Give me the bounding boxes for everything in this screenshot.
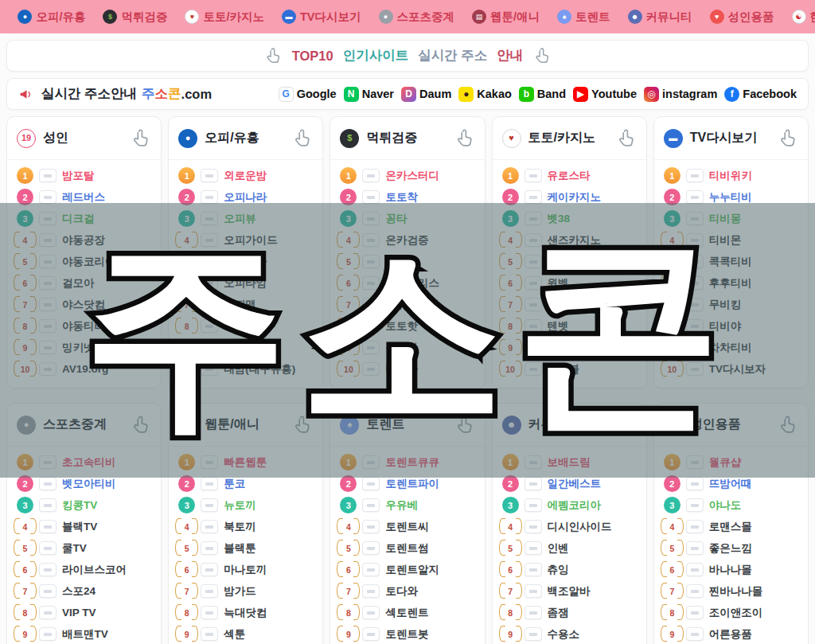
site-link[interactable]: 3 꽁타	[340, 208, 474, 229]
search-engine-link[interactable]: N Naver	[344, 87, 394, 102]
site-link[interactable]: 4 샌즈카지노	[502, 229, 637, 251]
site-link[interactable]: 2 뜨밤어때	[664, 473, 798, 494]
search-engine-link[interactable]: ◎ instagram	[644, 87, 717, 102]
site-link[interactable]: 7 밤가드	[178, 580, 313, 602]
site-link[interactable]: 9 밍키넷	[17, 337, 151, 358]
site-link[interactable]: 5 인벤	[502, 537, 637, 559]
site-link[interactable]: 4 야동공장	[17, 229, 151, 251]
category-card-header[interactable]: ● 스포츠중계	[7, 404, 161, 447]
site-link[interactable]: 9 섹툰	[178, 623, 313, 644]
site-link[interactable]: 7 야스닷컴	[17, 294, 151, 315]
site-link[interactable]: 7 찐바나나몰	[664, 580, 798, 602]
site-link[interactable]: 2 토렌트파이	[340, 473, 474, 494]
site-link[interactable]: 1 토렌트큐큐	[340, 451, 474, 473]
site-link[interactable]: 8 조이앤조이	[664, 602, 798, 623]
category-card-header[interactable]: ● 오피/유흥	[169, 117, 322, 160]
site-link[interactable]: 3 디크걸	[17, 208, 151, 229]
site-link[interactable]: 7 먹튀레이더	[340, 294, 474, 315]
site-link[interactable]: 7 벳위즈	[502, 294, 637, 315]
site-link[interactable]: 3 뉴토끼	[178, 494, 313, 516]
site-link[interactable]: 4 블랙TV	[17, 516, 151, 537]
site-link[interactable]: 4 토렌트씨	[340, 516, 474, 537]
site-link[interactable]: 9 토렌트봇	[340, 623, 474, 644]
site-link[interactable]: 3 야나도	[664, 494, 798, 516]
site-link[interactable]: 2 케이카지노	[502, 186, 637, 208]
site-link[interactable]: 7 토다와	[340, 580, 474, 602]
category-card-header[interactable]: ▬ TV다시보기	[654, 117, 808, 160]
site-link[interactable]: 9 차차티비	[664, 337, 798, 358]
site-link[interactable]: 8 하이오피	[178, 315, 313, 337]
nav-item[interactable]: ♥ 성인용품	[710, 10, 774, 25]
site-link[interactable]: 4 온카검증	[340, 229, 474, 251]
category-card-header[interactable]: 19 성인	[7, 117, 161, 160]
site-link[interactable]: 2 오피나라	[178, 186, 313, 208]
nav-item[interactable]: ▬ TV다시보기	[282, 10, 361, 25]
site-link[interactable]: 5 슈어맨	[340, 251, 474, 272]
nav-item[interactable]: ▤ 웹툰/애니	[472, 10, 540, 25]
site-link[interactable]: 9 온카판	[340, 337, 474, 358]
site-link[interactable]: 1 초고속티비	[17, 451, 151, 473]
site-link[interactable]: 10 TV다시보자	[664, 358, 798, 380]
category-card-header[interactable]: ♥ 성인용품	[654, 404, 808, 447]
site-link[interactable]: 2 일간베스트	[502, 473, 637, 494]
site-link[interactable]: 9 어른용품	[664, 623, 798, 644]
site-link[interactable]: 8 VIP TV	[17, 602, 151, 623]
category-card-header[interactable]: ♠ 토렌트	[330, 404, 484, 447]
site-link[interactable]: 4 로맨스몰	[664, 516, 798, 537]
nav-item[interactable]: ● 스포츠중계	[379, 10, 455, 25]
site-link[interactable]: 3 에펨코리아	[502, 494, 637, 516]
search-engine-link[interactable]: b Band	[519, 87, 566, 102]
site-link[interactable]: 1 빠른웹툰	[178, 451, 313, 473]
site-link[interactable]: 1 밤포탈	[17, 165, 151, 186]
site-link[interactable]: 2 툰코	[178, 473, 313, 494]
site-link[interactable]: 5 콕콕티비	[664, 251, 798, 272]
site-link[interactable]: 6 걸모아	[17, 272, 151, 294]
nav-item[interactable]: ☻ 커뮤니티	[628, 10, 692, 25]
site-link[interactable]: 4 디시인사이드	[502, 516, 637, 537]
site-link[interactable]: 6 먹튀폴리스	[340, 272, 474, 294]
site-link[interactable]: 7 오피맵	[178, 294, 313, 315]
site-link[interactable]: 6 츄잉	[502, 559, 637, 580]
site-link[interactable]: 3 오피뷰	[178, 208, 313, 229]
search-engine-link[interactable]: D Daum	[401, 87, 451, 102]
site-link[interactable]: 3 벳38	[502, 208, 637, 229]
site-link[interactable]: 1 보배드림	[502, 451, 637, 473]
site-link[interactable]: 6 토렌트알지	[340, 559, 474, 580]
site-link[interactable]: 2 토토착	[340, 186, 474, 208]
search-engine-link[interactable]: G Google	[279, 87, 337, 102]
nav-item[interactable]: ● 오피/유흥	[18, 10, 85, 25]
site-link[interactable]: 8 늑대닷컴	[178, 602, 313, 623]
category-card-header[interactable]: ▤ 웹툰/애니	[169, 404, 322, 447]
site-link[interactable]: 1 유로스타	[502, 165, 637, 186]
site-link[interactable]: 2 누누티비	[664, 186, 798, 208]
site-link[interactable]: 8 좀잼	[502, 602, 637, 623]
site-link[interactable]: 6 마나토끼	[178, 559, 313, 580]
category-card-header[interactable]: ☻ 커뮤니티	[493, 404, 646, 447]
site-link[interactable]: 5 블랙툰	[178, 537, 313, 559]
site-link[interactable]: 7 무비킹	[664, 294, 798, 315]
site-link[interactable]: 7 백조알바	[502, 580, 637, 602]
site-link[interactable]: 8 야동티비	[17, 315, 151, 337]
site-link[interactable]: 9 유흥가	[178, 337, 313, 358]
search-engine-link[interactable]: f Facebook	[724, 87, 797, 102]
site-link[interactable]: 2 레드버스	[17, 186, 151, 208]
site-link[interactable]: 5 쿨TV	[17, 537, 151, 559]
site-link[interactable]: 3 우유베	[340, 494, 474, 516]
site-link[interactable]: 2 벳모아티비	[17, 473, 151, 494]
nav-item[interactable]: ♠ 토렌트	[557, 10, 610, 25]
site-link[interactable]: 1 티비위키	[664, 165, 798, 186]
site-link[interactable]: 10 AV19.org	[17, 358, 151, 380]
site-link[interactable]: 7 스포24	[17, 580, 151, 602]
site-link[interactable]: 6 오피타임	[178, 272, 313, 294]
site-link[interactable]: 5 오피스타	[178, 251, 313, 272]
search-engine-link[interactable]: ▶ Youtube	[573, 87, 637, 102]
site-link[interactable]: 8 티비야	[664, 315, 798, 337]
nav-item[interactable]: $ 먹튀검증	[103, 10, 167, 25]
site-link[interactable]: 6 후후티비	[664, 272, 798, 294]
site-link[interactable]: 5 야동코리아레드	[17, 251, 151, 272]
site-link[interactable]: 6 바나나몰	[664, 559, 798, 580]
site-link[interactable]: 6 라이브스코어	[17, 559, 151, 580]
site-link[interactable]: 4 티비몬	[664, 229, 798, 251]
site-link[interactable]: 9 원벳원	[502, 337, 637, 358]
site-link[interactable]: 5 더킹카지노	[502, 251, 637, 272]
